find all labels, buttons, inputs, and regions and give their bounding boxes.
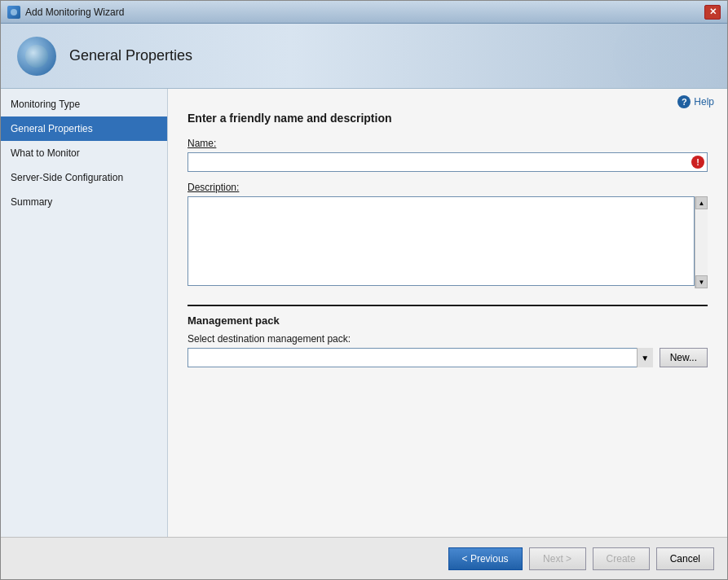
- header-decoration: [613, 24, 727, 89]
- previous-button[interactable]: < Previous: [448, 547, 523, 570]
- content-area: ? Help Enter a friendly name and descrip…: [168, 89, 727, 537]
- content-body: Enter a friendly name and description Na…: [168, 112, 727, 537]
- header-icon-inner: [25, 45, 48, 68]
- cancel-button[interactable]: Cancel: [656, 547, 714, 570]
- section-title: Enter a friendly name and description: [188, 112, 708, 125]
- create-button[interactable]: Create: [593, 547, 650, 570]
- name-error-icon: !: [691, 156, 704, 169]
- description-textarea-wrapper: ▲ ▼: [188, 196, 708, 288]
- help-label: Help: [694, 96, 714, 108]
- management-pack-select-wrapper: ▼: [188, 348, 653, 367]
- bottom-bar: < Previous Next > Create Cancel: [1, 537, 727, 579]
- select-label: Select destination management pack:: [188, 333, 708, 345]
- main-content: Monitoring Type General Properties What …: [1, 89, 727, 537]
- next-button[interactable]: Next >: [529, 547, 586, 570]
- select-row: ▼ New...: [188, 348, 708, 367]
- sidebar-item-what-to-monitor[interactable]: What to Monitor: [1, 141, 167, 165]
- title-bar: Add Monitoring Wizard ✕: [1, 1, 727, 24]
- header-icon: [17, 37, 56, 76]
- help-link[interactable]: ? Help: [677, 95, 714, 108]
- name-input[interactable]: [188, 152, 708, 172]
- scrollbar-track: [695, 209, 708, 275]
- name-input-wrapper: !: [188, 152, 708, 172]
- name-label: Name:: [188, 138, 708, 149]
- management-pack-section: Management pack Select destination manag…: [188, 305, 708, 367]
- sidebar-item-server-side-config[interactable]: Server-Side Configuration: [1, 165, 167, 190]
- title-bar-icon: [7, 6, 20, 19]
- content-header: ? Help: [168, 89, 727, 112]
- close-button[interactable]: ✕: [704, 5, 721, 20]
- scrollbar-up-arrow[interactable]: ▲: [695, 196, 708, 209]
- scrollbar-down-arrow[interactable]: ▼: [695, 275, 708, 288]
- sidebar-item-general-properties[interactable]: General Properties: [1, 116, 167, 141]
- help-icon: ?: [677, 95, 690, 108]
- header-title: General Properties: [69, 47, 192, 64]
- description-scrollbar[interactable]: ▲ ▼: [695, 196, 708, 288]
- svg-point-0: [11, 9, 17, 15]
- title-bar-text: Add Monitoring Wizard: [25, 7, 704, 18]
- sidebar-item-monitoring-type[interactable]: Monitoring Type: [1, 92, 167, 116]
- description-textarea[interactable]: [188, 196, 695, 286]
- description-label: Description:: [188, 182, 708, 193]
- sidebar-item-summary[interactable]: Summary: [1, 190, 167, 214]
- new-button[interactable]: New...: [660, 348, 708, 367]
- header-area: General Properties: [1, 24, 727, 89]
- sidebar: Monitoring Type General Properties What …: [1, 89, 168, 537]
- wizard-window: Add Monitoring Wizard ✕ General Properti…: [0, 0, 728, 580]
- management-pack-title: Management pack: [188, 314, 708, 327]
- management-pack-select[interactable]: [188, 348, 653, 367]
